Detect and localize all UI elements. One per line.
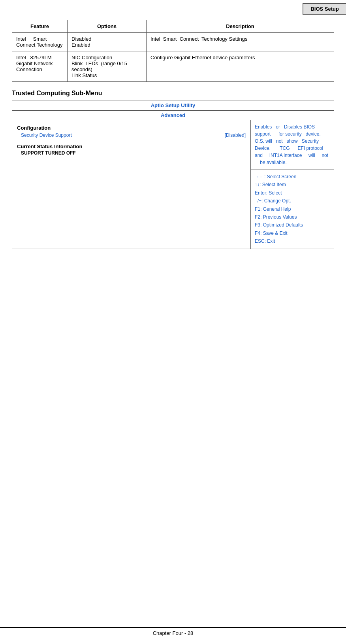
table-row: Intel Smart Connect Technology DisabledE…: [12, 33, 334, 51]
col-header-description: Description: [147, 20, 334, 33]
bios-key-guide: →←: Select Screen ↑↓: Select Item Enter:…: [251, 170, 334, 249]
table-row: Intel 82579LM Gigabit Network Connection…: [12, 51, 334, 82]
key-guide-line: Enter: Select: [255, 189, 330, 197]
options-cell: NIC ConfigurationBlink LEDs (range 0/15 …: [68, 51, 147, 82]
config-item-value: [Disabled]: [225, 132, 246, 138]
support-off-text: SUPPORT TURNED OFF: [17, 150, 246, 156]
key-guide-line: ↑↓: Select Item: [255, 181, 330, 189]
key-guide-line: F4: Save & Exit: [255, 229, 330, 237]
bios-utility-title: Aptio Setup Utility: [12, 100, 334, 111]
desc-cell: Intel Smart Connect Technology Settings: [147, 33, 334, 51]
key-guide-line: F1: General Help: [255, 205, 330, 213]
col-header-options: Options: [68, 20, 147, 33]
bios-left-panel: Configuration Security Device Support [D…: [12, 120, 251, 249]
bios-setup-tab: BIOS Setup: [303, 3, 346, 15]
feature-table: Feature Options Description Intel Smart …: [12, 20, 334, 82]
section-heading: Trusted Computing Sub-Menu: [12, 90, 334, 97]
col-header-feature: Feature: [12, 20, 68, 33]
bios-right-panel: Enables or Disables BIOS support for sec…: [251, 120, 334, 249]
key-guide-line: →←: Select Screen: [255, 173, 330, 181]
key-guide-line: –/+: Change Opt.: [255, 197, 330, 205]
config-label: Configuration: [17, 125, 246, 131]
key-guide-line: F3: Optimized Defaults: [255, 221, 330, 229]
page-footer: Chapter Four - 28: [0, 627, 346, 636]
desc-cell: Configure Gigabit Ethernet device parame…: [147, 51, 334, 82]
bios-utility-subtitle: Advanced: [12, 111, 334, 120]
bios-utility-body: Configuration Security Device Support [D…: [12, 120, 334, 249]
key-guide-line: ESC: Exit: [255, 237, 330, 245]
bios-help-text: Enables or Disables BIOS support for sec…: [251, 120, 334, 170]
feature-cell: Intel 82579LM Gigabit Network Connection: [12, 51, 68, 82]
bios-utility-box: Aptio Setup Utility Advanced Configurati…: [12, 100, 334, 249]
current-status-label: Current Status Information: [17, 144, 246, 149]
config-item[interactable]: Security Device Support [Disabled]: [17, 132, 246, 138]
feature-cell: Intel Smart Connect Technology: [12, 33, 68, 51]
options-cell: DisabledEnabled: [68, 33, 147, 51]
key-guide-line: F2: Previous Values: [255, 213, 330, 221]
config-item-label: Security Device Support: [21, 132, 72, 138]
